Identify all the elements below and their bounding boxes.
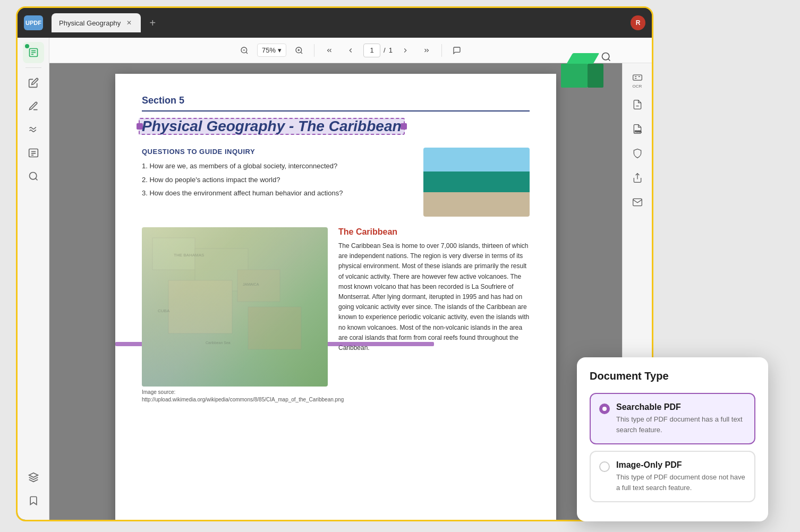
content-area: 75% ▾ 1 / 1 [49,38,652,520]
question-3: 3. How does the environment affect human… [142,188,413,199]
new-tab-button[interactable]: + [145,15,160,30]
cube-face-right [588,64,603,88]
question-2: 2. How do people's actions impact the wo… [142,175,413,185]
searchable-pdf-option[interactable]: Searchable PDF This type of PDF document… [590,393,755,444]
searchable-pdf-label: Searchable PDF [616,402,746,412]
share-button[interactable] [627,167,648,188]
svg-line-15 [301,52,302,54]
main-title: Physical Geography - The Caribbean [142,118,402,135]
title-selection-wrapper: Physical Geography - The Caribbean [142,118,402,135]
protect-button[interactable] [627,143,648,164]
svg-line-12 [246,52,248,54]
ocr-button[interactable]: OCR [627,70,648,91]
sidebar-bottom [23,467,44,516]
title-bar-right: R [631,15,645,30]
svg-text:PDF/A: PDF/A [635,130,641,133]
svg-text:THE BAHAMAS: THE BAHAMAS [174,253,204,258]
beach-image [423,148,530,217]
svg-line-9 [35,178,37,181]
last-page-button[interactable] [418,42,435,59]
updf-logo-box[interactable]: UPDF [24,15,43,30]
zoom-display[interactable]: 75% ▾ [257,44,286,57]
main-area: 75% ▾ 1 / 1 [18,38,652,520]
caribbean-body-text: The Caribbean Sea is home to over 7,000 … [338,241,530,353]
svg-point-8 [29,173,36,179]
sidebar-item-annotate[interactable] [23,96,44,117]
image-only-pdf-text: Image-Only PDF This type of PDF document… [616,460,746,493]
caribbean-section-title: The Caribbean [338,227,530,237]
svg-rect-29 [633,75,642,80]
questions-row: QUESTIONS TO GUIDE INQUIRY 1. How are we… [142,148,530,217]
sidebar-item-sign[interactable] [23,119,44,140]
zoom-in-button[interactable] [291,42,308,59]
text-content-col: The Caribbean The Caribbean Sea is home … [338,227,530,404]
ocr-label: OCR [633,84,642,89]
doc-type-title: Document Type [590,370,755,382]
tab-label: Physical Geography [59,19,121,27]
convert-button[interactable] [627,94,648,115]
zoom-out-button[interactable] [236,42,253,59]
image-only-pdf-radio[interactable] [599,461,610,472]
page-sep: / [384,46,386,54]
current-page-box[interactable]: 1 [363,44,380,57]
svg-marker-10 [29,473,38,477]
map-caption: Image source: http://upload.wikimedia.or… [142,389,328,404]
searchable-pdf-desc: This type of PDF document has a full tex… [616,414,746,435]
map-col: THE BAHAMAS CUBA Caribbean Sea JAMAICA I… [142,227,328,404]
sidebar-item-redact[interactable] [23,166,44,187]
sidebar-item-bookmark[interactable] [23,490,44,511]
lower-content: THE BAHAMAS CUBA Caribbean Sea JAMAICA I… [142,227,530,404]
sidebar-item-edit[interactable] [23,72,44,93]
questions-list: 1. How are we, as members of a global so… [142,161,413,199]
sidebar-item-layers[interactable] [23,467,44,488]
cube-face-front [561,64,588,88]
zoom-arrow: ▾ [278,46,282,54]
map-image: THE BAHAMAS CUBA Caribbean Sea JAMAICA [142,227,328,387]
tab-physical-geography[interactable]: Physical Geography ✕ [52,13,141,32]
pdf-page: Section 5 Physical Geography - The Carib… [115,74,556,520]
next-page-button[interactable] [397,42,414,59]
first-page-button[interactable] [321,42,338,59]
document-type-panel: Document Type Searchable PDF This type o… [577,357,768,521]
toolbar-sep-1 [314,44,314,57]
searchable-pdf-text: Searchable PDF This type of PDF document… [616,402,746,435]
image-only-pdf-option[interactable]: Image-Only PDF This type of PDF document… [590,451,755,502]
app-window: UPDF Physical Geography ✕ + R [16,6,653,521]
title-bar: UPDF Physical Geography ✕ + R [18,8,652,38]
cube-decoration [561,53,603,96]
left-sidebar [18,38,49,520]
beach-image-inner [423,148,530,217]
zoom-value: 75% [262,46,276,54]
searchable-pdf-radio[interactable] [599,404,610,414]
pdfa-button[interactable]: PDF/A [627,118,648,140]
pdf-and-right: Section 5 Physical Geography - The Carib… [49,63,652,520]
email-button[interactable] [627,192,648,213]
blue-rule [142,110,530,111]
user-avatar[interactable]: R [631,15,645,30]
section-label: Section 5 [142,95,530,106]
prev-page-button[interactable] [342,42,359,59]
updf-logo: UPDF [24,15,43,30]
sidebar-divider-1 [25,67,41,68]
svg-text:CUBA: CUBA [158,308,170,313]
svg-text:JAMAICA: JAMAICA [243,282,259,286]
total-pages: 1 [389,46,393,54]
pdf-viewer: Section 5 Physical Geography - The Carib… [49,63,622,520]
tab-close-button[interactable]: ✕ [125,19,133,27]
question-1: 1. How are we, as members of a global so… [142,161,413,171]
questions-col: QUESTIONS TO GUIDE INQUIRY 1. How are we… [142,148,413,217]
sidebar-item-forms[interactable] [23,142,44,164]
comment-button[interactable] [448,42,465,59]
svg-rect-24 [248,307,301,349]
page-display: 1 / 1 [363,44,393,57]
svg-text:Caribbean Sea: Caribbean Sea [206,341,231,345]
toolbar-sep-2 [441,44,442,57]
image-only-pdf-label: Image-Only PDF [616,460,746,470]
image-only-pdf-desc: This type of PDF document dose not have … [616,472,746,493]
svg-rect-22 [168,280,232,333]
questions-heading: QUESTIONS TO GUIDE INQUIRY [142,148,413,156]
sidebar-item-doc[interactable] [23,42,44,63]
